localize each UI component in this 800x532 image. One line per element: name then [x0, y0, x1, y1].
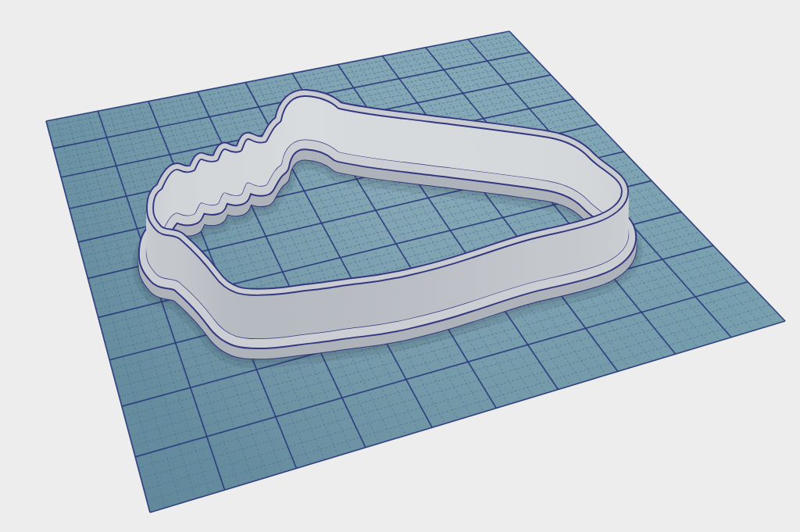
scene-canvas: [0, 0, 800, 532]
3d-viewport[interactable]: [0, 0, 800, 532]
